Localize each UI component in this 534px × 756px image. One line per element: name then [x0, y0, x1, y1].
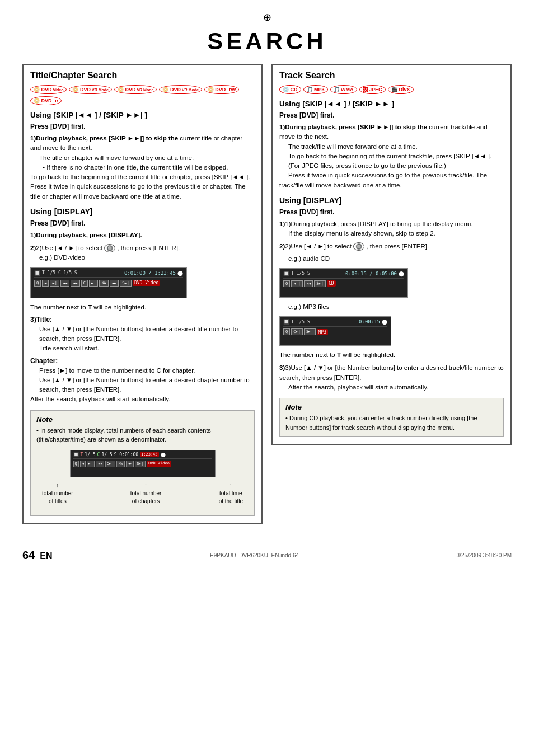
- right-column: Track Search 💿 CD 🎵 MP3 🎵 WMA 🖼 JPEG 🎬 D…: [271, 64, 512, 530]
- left-display-step2: 2)2)Use [◄ / ►] to select 🔘 , then press…: [30, 243, 255, 263]
- fmt-dvd-vr2: 📀 DVDVR Mode: [114, 85, 157, 94]
- left-column: Title/Chapter Search 📀 DVDVideo 📀 DVDVR …: [22, 64, 263, 530]
- left-step3-title: 3)Title: Use [▲ / ▼] or [the Number butt…: [30, 316, 255, 354]
- right-step1-body4: Press it twice in quick successions to g…: [279, 172, 487, 188]
- left-press-dvd: Press [DVD] first.: [30, 123, 255, 130]
- left-display-press: Press [DVD] first.: [30, 219, 255, 227]
- left-step3-title-body: Use [▲ / ▼] or [the Number buttons] to e…: [39, 325, 255, 344]
- left-step1-label: 1)During playback, press [SKIP ►►|] to s…: [30, 135, 242, 151]
- left-display-step1: 1)During playback, press [DISPLAY].: [30, 231, 255, 240]
- fmt-divx: 🎬 DivX: [388, 85, 414, 94]
- title-chapter-search-section: Title/Chapter Search 📀 DVDVideo 📀 DVDVR …: [22, 64, 263, 524]
- footer-page-num: 64 EN: [22, 549, 53, 562]
- left-section-title: Title/Chapter Search: [30, 71, 255, 81]
- left-display-heading: Using [DISPLAY]: [30, 207, 255, 216]
- track-search-section: Track Search 💿 CD 🎵 MP3 🎵 WMA 🖼 JPEG 🎬 D…: [271, 64, 512, 445]
- left-note-text: • In search mode display, total numbers …: [36, 426, 249, 444]
- diagram-label-chapters: ↑ total number of chapters: [130, 482, 162, 505]
- right-display-eg2: e.g.) MP3 files: [288, 302, 504, 312]
- left-chapter-body2: Use [▲ / ▼] or [the Number buttons] to e…: [39, 375, 255, 395]
- right-format-icons: 💿 CD 🎵 MP3 🎵 WMA 🖼 JPEG 🎬 DivX: [279, 85, 504, 94]
- right-display-step2: 2)2)Use [◄ / ►] to select 🔘 , then press…: [279, 242, 504, 251]
- right-display-press: Press [DVD] first.: [279, 208, 504, 216]
- left-step1-body1: The title or chapter will move forward b…: [39, 154, 194, 161]
- fmt-cd: 💿 CD: [279, 85, 301, 94]
- right-step1-body2: To go back to the beginning of the curre…: [288, 153, 491, 159]
- right-display-heading: Using [DISPLAY]: [279, 196, 504, 205]
- right-note-title: Note: [285, 403, 498, 411]
- right-display-step1: 1)1)During playback, press [DISPLAY] to …: [279, 219, 504, 239]
- page-title: SEARCH: [22, 28, 512, 55]
- left-note-box: Note • In search mode display, total num…: [30, 410, 255, 516]
- left-diagram: 🔲 T 1/ 5 C 1/ 5 S 0:01:00 1:23:45 ⬤ Q ◄ …: [36, 450, 249, 505]
- left-display-note: The number next to T will be highlighted…: [30, 303, 255, 312]
- left-skip-heading: Using [SKIP |◄◄ ] / [SKIP ►►| ]: [30, 111, 255, 119]
- left-chapter-result: After the search, playback will start au…: [30, 395, 255, 404]
- footer-date: 3/25/2009 3:48:20 PM: [457, 552, 512, 558]
- right-step3: 3)3)Use [▲ / ▼] or [the Number buttons] …: [279, 363, 504, 392]
- fmt-dvd-video: 📀 DVDVideo: [30, 85, 67, 94]
- fmt-mp3: 🎵 MP3: [303, 85, 328, 94]
- left-step1-bullet: • If there is no chapter in one title, t…: [38, 164, 228, 171]
- right-section-title: Track Search: [279, 71, 504, 81]
- right-press-dvd: Press [DVD] first.: [279, 111, 504, 119]
- left-step3-title-result: Title search will start.: [39, 344, 255, 353]
- left-note-title: Note: [36, 415, 249, 424]
- right-note-box: Note • During CD playback, you can enter…: [279, 398, 504, 437]
- right-step1: 1)During playback, press [SKIP ►►|] to s…: [279, 123, 504, 190]
- right-display-eg1: e.g.) audio CD: [288, 254, 504, 264]
- right-step3-result: After the search, playback will start au…: [288, 383, 504, 392]
- fmt-jpeg: 🖼 JPEG: [359, 85, 386, 94]
- left-chapter-body1: Press [►] to move to the number next to …: [39, 366, 255, 375]
- left-step1: 1)During playback, press [SKIP ►►|] to s…: [30, 134, 255, 201]
- fmt-dvd-vr1: 📀 DVDVR Mode: [69, 85, 111, 94]
- right-screen-mp3: 🔲 T 1/5 S 0:00:15 ⬤ Q C►| S►| MP3: [279, 316, 391, 346]
- right-step1-body3: (For JPEG files, press it once to go to …: [288, 162, 446, 169]
- fmt-wma: 🎵 WMA: [330, 85, 357, 94]
- footer-file-info: E9PKAUD_DVR620KU_EN.indd 64: [210, 552, 299, 558]
- left-chapter: Chapter: Press [►] to move to the number…: [30, 357, 255, 405]
- left-step1-body3: Press it twice in quick successions to g…: [30, 183, 246, 199]
- left-screen-mockup: 🔲 T 1/5 C 1/5 S 0:01:00 / 1:23:45 ⬤ Q ◄ …: [30, 267, 187, 298]
- left-display-eg: e.g.) DVD-video: [39, 254, 85, 261]
- right-skip-heading: Using [SKIP |◄◄ ] / [SKIP ►► ]: [279, 100, 504, 108]
- diagram-label-time: ↑ total time of the title: [219, 482, 243, 505]
- fmt-dvd-vr3: 📀 DVDVR Mode: [159, 85, 202, 94]
- fmt-dvd-rw: 📀 DVD+RW: [204, 85, 239, 94]
- page-footer: 64 EN E9PKAUD_DVR620KU_EN.indd 64 3/25/2…: [22, 544, 512, 562]
- left-format-icons: 📀 DVDVideo 📀 DVDVR Mode 📀 DVDVR Mode 📀 D…: [30, 85, 255, 105]
- diagram-screen: 🔲 T 1/ 5 C 1/ 5 S 0:01:00 1:23:45 ⬤ Q ◄ …: [70, 450, 216, 477]
- right-screen-cd: 🔲 T 1/5 S 0:00:15 / 0:05:00 ⬤ Q ◄|| ◄◄ S…: [279, 268, 408, 298]
- crosshair-top: ⊕: [22, 11, 512, 24]
- fmt-dvd-r: 📀 DVD+R: [30, 96, 62, 105]
- diagram-label-titles: ↑ total number of titles: [42, 482, 73, 505]
- right-step1-body1: The track/file will move forward one at …: [288, 143, 418, 150]
- right-note-text: • During CD playback, you can enter a tr…: [285, 414, 498, 432]
- left-step1-body2: To go back to the beginning of the curre…: [30, 173, 250, 180]
- right-step1-label: 1)During playback, press [SKIP ►►|] to s…: [279, 124, 488, 140]
- right-display-note: The number next to T will be highlighted…: [279, 350, 504, 360]
- right-display-step1b: If the display menu is already shown, sk…: [288, 230, 435, 237]
